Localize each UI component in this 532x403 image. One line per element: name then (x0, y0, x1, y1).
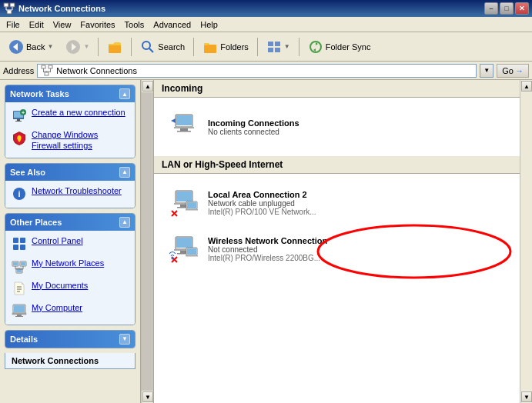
title-bar-buttons: – □ ✕ (484, 2, 529, 15)
sidebar-link-my-network[interactable]: My Network Places (12, 258, 129, 274)
wireless-status: Not connected (208, 245, 504, 254)
svg-rect-59 (176, 115, 192, 125)
content-scrollbar[interactable]: ▲ ▼ (520, 80, 532, 403)
minimize-button[interactable]: – (484, 2, 498, 15)
content-scroll-track (520, 92, 532, 391)
menu-view[interactable]: View (49, 18, 76, 31)
menu-file[interactable]: File (2, 18, 25, 31)
other-places-collapse[interactable]: ▲ (119, 217, 130, 228)
svg-rect-82 (186, 255, 198, 257)
svg-rect-15 (268, 42, 273, 46)
svg-rect-38 (13, 245, 18, 250)
sidebar-section-other-places: Other Places ▲ Control Panel (5, 213, 136, 325)
svg-rect-60 (174, 127, 194, 128)
my-network-label: My Network Places (32, 258, 104, 268)
menu-advanced[interactable]: Advanced (149, 18, 196, 31)
svg-marker-63 (171, 118, 176, 123)
main-area: Network Tasks ▲ + (0, 80, 532, 403)
address-label: Address (3, 66, 34, 75)
sidebar-scroll-track (142, 92, 153, 391)
address-input-wrap[interactable]: Network Connections (37, 64, 477, 78)
go-label: Go (502, 66, 514, 75)
svg-rect-18 (275, 48, 280, 52)
title-bar: Network Connections – □ ✕ (0, 0, 532, 17)
menu-bar: File Edit View Favorites Tools Advanced … (0, 17, 532, 32)
local-area-connection-item[interactable]: Local Area Connection 2 Network cable un… (160, 183, 514, 223)
svg-text:+: + (22, 110, 25, 115)
wireless-highlight-container: Wireless Network Connection Not connecte… (160, 226, 514, 272)
folders-button[interactable] (102, 35, 128, 58)
details-collapse[interactable]: ▼ (119, 334, 130, 345)
connection-wizard-icon: + (12, 108, 27, 123)
sidebar-scroll-up[interactable]: ▲ (142, 81, 153, 92)
content-area: Incoming (154, 80, 520, 403)
sidebar-link-my-computer[interactable]: My Computer (12, 302, 129, 318)
content-scroll-up[interactable]: ▲ (521, 81, 532, 92)
incoming-connections-item[interactable]: Incoming Connections No clients connecte… (160, 107, 514, 147)
wireless-connection-item[interactable]: Wireless Network Connection Not connecte… (160, 229, 514, 269)
svg-rect-1 (10, 3, 15, 7)
svg-rect-62 (177, 131, 191, 132)
back-icon (8, 39, 24, 55)
sidebar-link-troubleshooter[interactable]: i Network Troubleshooter (12, 185, 129, 202)
svg-rect-37 (20, 238, 25, 243)
close-button[interactable]: ✕ (515, 2, 529, 15)
folder-sync-label: Folder Sync (326, 42, 371, 52)
folder-sync-button[interactable]: Folder Sync (303, 35, 376, 58)
go-arrow: → (515, 66, 524, 75)
svg-rect-81 (187, 248, 196, 255)
sidebar-link-create-connection[interactable]: + Create a new connection (12, 107, 129, 123)
incoming-status: No clients connected (208, 128, 504, 136)
menu-edit[interactable]: Edit (25, 18, 49, 31)
svg-rect-57 (15, 316, 23, 317)
network-tasks-collapse[interactable]: ▲ (119, 88, 130, 99)
window-title: Network Connections (18, 4, 105, 13)
svg-rect-43 (21, 262, 25, 265)
svg-text:i: i (18, 189, 20, 198)
see-also-header[interactable]: See Also ▲ (5, 164, 135, 181)
folders-label-button[interactable]: Folders (197, 35, 254, 58)
svg-rect-31 (15, 121, 22, 122)
lan-content: Local Area Connection 2 Network cable un… (154, 174, 520, 278)
svg-rect-39 (20, 245, 25, 250)
folders-label: Folders (220, 42, 249, 52)
svg-rect-14 (204, 45, 216, 53)
view-mode-button[interactable]: ▼ (261, 35, 296, 58)
see-also-collapse[interactable]: ▲ (119, 167, 130, 178)
menu-favorites[interactable]: Favorites (75, 18, 119, 31)
menu-tools[interactable]: Tools (120, 18, 149, 31)
svg-rect-45 (17, 269, 22, 272)
address-dropdown[interactable]: ▼ (480, 64, 494, 78)
network-tasks-header[interactable]: Network Tasks ▲ (5, 85, 135, 102)
forward-button[interactable]: ▼ (60, 35, 95, 58)
firewall-icon (12, 130, 27, 145)
folder-icon (202, 39, 218, 55)
incoming-connection-info: Incoming Connections No clients connecte… (208, 118, 504, 136)
sidebar-link-my-documents[interactable]: My Documents (12, 280, 129, 296)
sidebar-section-network-tasks: Network Tasks ▲ + (5, 85, 136, 158)
details-header[interactable]: Details ▼ (5, 331, 135, 348)
search-button[interactable]: Search (135, 35, 190, 58)
sidebar-scrollbar[interactable]: ▲ ▼ (141, 80, 153, 403)
sidebar-scroll-down[interactable]: ▼ (142, 391, 153, 402)
view-mode-icon (266, 39, 282, 55)
incoming-header: Incoming (154, 80, 520, 98)
maximize-button[interactable]: □ (500, 2, 514, 15)
back-button[interactable]: Back ▼ (3, 35, 59, 58)
other-places-header[interactable]: Other Places ▲ (5, 214, 135, 231)
info-icon: i (12, 186, 27, 202)
search-icon (140, 39, 156, 55)
title-bar-left: Network Connections (3, 2, 105, 15)
see-also-label: See Also (10, 168, 45, 177)
content-scroll-down[interactable]: ▼ (521, 391, 532, 402)
svg-rect-41 (13, 262, 18, 265)
lan-connection-info: Local Area Connection 2 Network cable un… (208, 190, 504, 216)
go-button[interactable]: Go → (497, 64, 529, 78)
content-container: Incoming (154, 80, 532, 403)
svg-rect-54 (14, 305, 25, 312)
sidebar-link-firewall[interactable]: Change Windows Firewall settings (12, 129, 129, 152)
svg-rect-55 (12, 313, 26, 315)
menu-help[interactable]: Help (196, 18, 223, 31)
svg-rect-30 (17, 119, 20, 121)
sidebar-link-control-panel[interactable]: Control Panel (12, 235, 129, 251)
